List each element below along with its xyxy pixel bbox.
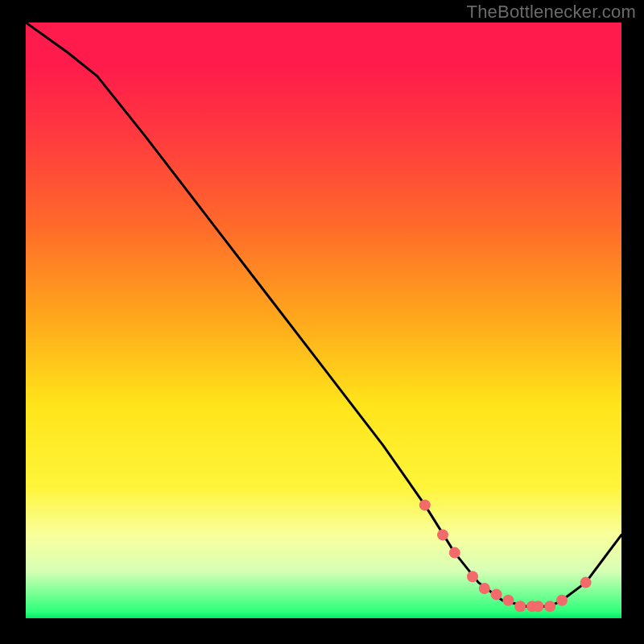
curve-marker [580,577,592,588]
curve-markers [419,499,592,612]
bottleneck-curve [26,23,621,606]
curve-marker [502,595,514,606]
plot-area [26,23,621,618]
chart-frame: TheBottlenecker.com [0,0,644,644]
curve-layer [26,23,621,618]
curve-marker [532,601,543,612]
curve-marker [437,529,448,540]
curve-marker [449,547,460,559]
curve-marker [556,595,568,606]
curve-marker [544,601,555,612]
curve-marker [491,588,502,600]
curve-marker [467,571,478,582]
curve-marker [479,583,490,594]
watermark-text: TheBottlenecker.com [467,2,636,23]
curve-marker [419,499,431,510]
curve-marker [514,601,526,612]
